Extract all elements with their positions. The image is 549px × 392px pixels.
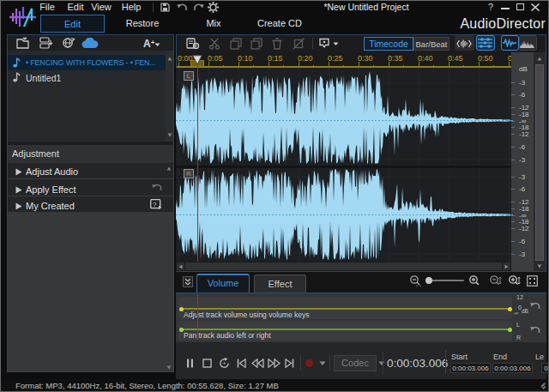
svg-text:?: ? xyxy=(153,201,157,208)
